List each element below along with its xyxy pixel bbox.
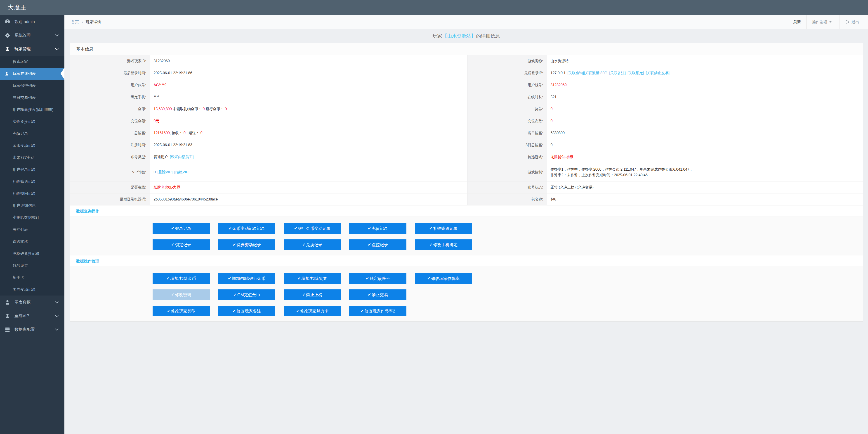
field-value: 2025-06-01 22:19:21.86 — [150, 67, 467, 79]
table-row: 注册时间: 2025-06-01 22:19:21.83 3日总输赢: 0 — [70, 139, 863, 151]
forbid-leaderboard-button[interactable]: ✔禁止上榜 — [284, 289, 341, 300]
modify-charm-card-button[interactable]: ✔修改玩家魅力卡 — [284, 306, 341, 316]
sidebar-item-welcome[interactable]: 欢迎 admin — [0, 15, 64, 29]
field-value: 2025-06-01 22:19:21.83 — [150, 139, 467, 151]
delete-vip-link[interactable]: [删除VIP] — [157, 170, 173, 174]
button-row: ✔增加/扣除金币 ✔增加/扣除银行金币 ✔增加/扣除奖券 ✔锁定该账号 ✔修改玩… — [153, 273, 863, 284]
user-icon — [4, 313, 10, 319]
sidebar-subitem[interactable]: 实物兑换记录 — [0, 116, 64, 127]
add-deduct-bank-coins-button[interactable]: ✔增加/扣除银行金币 — [218, 273, 275, 284]
field-value: 包6 — [547, 194, 863, 205]
field-label: 账号状态: — [467, 181, 547, 194]
sidebar-subitem[interactable]: 玩家保护列表 — [0, 80, 64, 92]
field-label: 账号类型: — [70, 151, 150, 163]
coin-change-records-button[interactable]: ✔金币变动记录记录 — [218, 223, 275, 234]
set-internal-staff-link[interactable]: [设置内部员工] — [170, 155, 194, 159]
game-control-line1: 作弊率1：作弊中，作弊率:2000，作弊金币:2,111,047，剩余未完成作弊… — [551, 167, 860, 172]
sidebar-subitem[interactable]: 赠送转移 — [0, 236, 64, 248]
reject-vip-link[interactable]: [拒绝VIP] — [174, 170, 189, 174]
add-deduct-coins-button[interactable]: ✔增加/扣除金币 — [153, 273, 210, 284]
sidebar-subitem[interactable]: 礼物找回记录 — [0, 187, 64, 200]
sidebar-item-supreme-vip[interactable]: 至尊VIP — [0, 309, 64, 323]
check-icon: ✔ — [171, 292, 174, 297]
gm-recharge-coins-button[interactable]: ✔GM充值金币 — [218, 289, 275, 300]
modify-player-note-button[interactable]: ✔修改玩家备注 — [218, 306, 275, 316]
sidebar-item-chart-data[interactable]: 图表数据 — [0, 295, 64, 309]
sidebar-subitem[interactable]: 礼物赠送记录 — [0, 176, 64, 187]
field-value: 6530800 — [547, 127, 863, 139]
breadcrumb-separator: › — [82, 20, 83, 24]
bank-coin-change-records-button[interactable]: ✔银行金币变动记录 — [284, 223, 341, 234]
table-row: 充值金额: 0元 充值次数: 0 — [70, 115, 863, 127]
section-body-data-operation: ✔增加/扣除金币 ✔增加/扣除银行金币 ✔增加/扣除奖券 ✔锁定该账号 ✔修改玩… — [70, 267, 863, 321]
refresh-button[interactable]: 刷新 — [788, 15, 806, 29]
sidebar-subitem[interactable]: 小喇叭数据统计 — [0, 211, 64, 224]
sidebar-item-database-config[interactable]: 数据库配置 — [0, 323, 64, 336]
field-label: 游戏昵称: — [467, 55, 547, 67]
sidebar: 欢迎 admin 系统管理 玩家管理 搜索玩家 — [0, 15, 64, 434]
sidebar-subitem[interactable]: 新手卡 — [0, 271, 64, 284]
related-lock-link[interactable]: [关联锁定] — [627, 71, 644, 75]
sidebar-subitem[interactable]: 关注列表 — [0, 224, 64, 236]
field-label: 用户账号: — [70, 79, 150, 91]
related-note-link[interactable]: [关联备注] — [609, 71, 626, 75]
field-value: 0 — [547, 115, 863, 127]
table-row: 最后登录时间: 2025-06-01 22:19:21.86 最后登录IP: 1… — [70, 67, 863, 79]
check-icon: ✔ — [368, 242, 371, 247]
modify-phone-binding-button[interactable]: ✔修改手机绑定 — [415, 239, 472, 250]
sidebar-item-system[interactable]: 系统管理 — [0, 29, 64, 42]
lock-records-button[interactable]: ✔锁定记录 — [153, 239, 210, 250]
related-ban-trade-link[interactable]: [关联禁止交易] — [646, 71, 670, 75]
field-label: 最后登录时间: — [70, 67, 150, 79]
modify-player-type-button[interactable]: ✔修改玩家类型 — [153, 306, 210, 316]
lock-account-button[interactable]: ✔锁定该账号 — [349, 273, 406, 284]
exchange-records-button[interactable]: ✔兑换记录 — [284, 239, 341, 250]
sidebar-subitem[interactable]: 水果777变动 — [0, 152, 64, 164]
modify-cheat-rate-button[interactable]: ✔修改玩家作弊率 — [415, 273, 472, 284]
user-icon — [4, 299, 10, 305]
table-row: 账号类型: 普通用户[设置内部员工] 首选游戏: 龙腾捕鱼-初级 — [70, 151, 863, 163]
sidebar-subitem[interactable]: 用户输赢搜索(慎用!!!!!!!) — [0, 104, 64, 116]
gift-send-records-button[interactable]: ✔礼物赠送记录 — [415, 223, 472, 234]
sidebar-item-player-management[interactable]: 玩家管理 — [0, 42, 64, 56]
field-value: 0[删除VIP][拒绝VIP] — [150, 163, 467, 181]
sidebar-subitem[interactable]: 奖券变动记录 — [0, 284, 64, 295]
recharge-records-button[interactable]: ✔充值记录 — [349, 223, 406, 234]
sidebar-subitem[interactable]: 搜索玩家 — [0, 56, 64, 68]
basic-info-header: 基本信息 — [70, 43, 863, 55]
gear-icon — [4, 32, 10, 38]
button-row: ✔修改密码 ✔GM充值金币 ✔禁止上榜 ✔禁止交易 — [153, 289, 863, 300]
field-label: 充值次数: — [467, 115, 547, 127]
sidebar-item-label: 系统管理 — [14, 33, 31, 38]
add-deduct-tickets-button[interactable]: ✔增加/扣除奖券 — [284, 273, 341, 284]
sidebar-subitem-player-online-list[interactable]: 玩家在线列表 — [0, 68, 64, 80]
sidebar-subitem[interactable]: 当日交易列表 — [0, 92, 64, 104]
player-detail-panel: 基本信息 游戏玩家ID: 31232069 游戏昵称: 山水资源站 最后登录时间… — [70, 43, 863, 322]
point-control-records-button[interactable]: ✔点控记录 — [349, 239, 406, 250]
server-icon — [4, 326, 10, 332]
table-row: VIP等级: 0[删除VIP][拒绝VIP] 游戏控制: 作弊率1：作弊中，作弊… — [70, 163, 863, 181]
modify-cheat-rate2-button[interactable]: ✔修改玩家作弊率2 — [349, 306, 406, 316]
chevron-down-icon — [55, 327, 59, 331]
breadcrumb-home-link[interactable]: 首页 — [71, 20, 79, 24]
basic-info-table: 游戏玩家ID: 31232069 游戏昵称: 山水资源站 最后登录时间: 202… — [70, 55, 863, 205]
options-dropdown[interactable]: 操作选项 — [806, 15, 837, 29]
login-records-button[interactable]: ✔登录记录 — [153, 223, 210, 234]
modify-password-button-disabled[interactable]: ✔修改密码 — [153, 289, 210, 300]
field-label: 奖券: — [467, 103, 547, 115]
field-value: AG****9 — [150, 79, 467, 91]
sidebar-subitem[interactable]: 兑换码兑换记录 — [0, 248, 64, 260]
forbid-trade-button[interactable]: ✔禁止交易 — [349, 289, 406, 300]
sidebar-subitem[interactable]: 金币变动记录 — [0, 140, 64, 152]
table-row: 用户账号: AG****9 用户靓号: 31232069 — [70, 79, 863, 91]
field-value: 普通用户[设置内部员工] — [150, 151, 467, 163]
ticket-change-records-button[interactable]: ✔奖券变动记录 — [218, 239, 275, 250]
field-value: 龙腾捕鱼-初级 — [547, 151, 863, 163]
related-query-link[interactable]: [关联查询][关联数量:850] — [567, 71, 608, 75]
sidebar-subitem[interactable]: 靓号设置 — [0, 260, 64, 271]
sidebar-subitem[interactable]: 充值记录 — [0, 127, 64, 140]
logout-button[interactable]: 退出 — [839, 15, 865, 29]
sidebar-subitem[interactable]: 用户登录记录 — [0, 164, 64, 176]
sidebar-subitem[interactable]: 用户详细信息 — [0, 200, 64, 211]
field-value: 0 — [547, 139, 863, 151]
